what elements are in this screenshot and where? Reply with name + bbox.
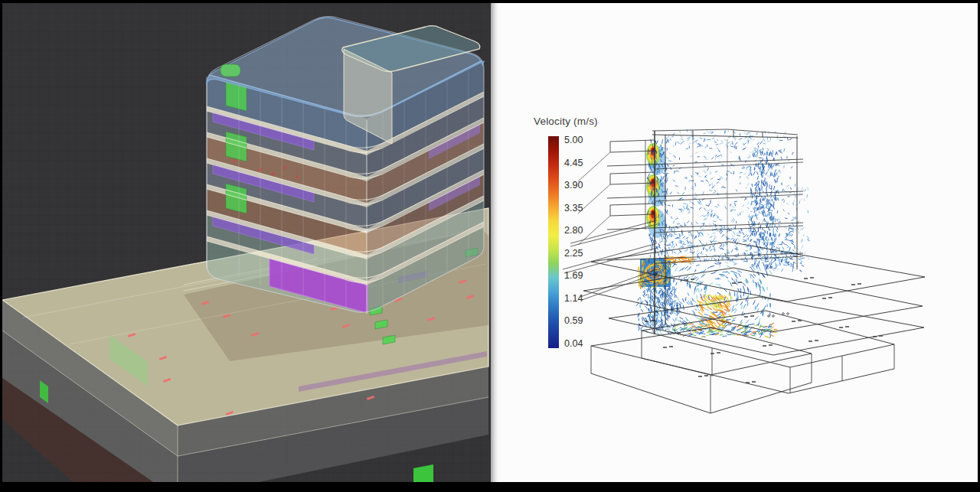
- cfd-vector-plot-drawing: [492, 3, 978, 482]
- building-model-drawing: [2, 3, 491, 482]
- colorbar-tick: 4.45: [564, 158, 598, 168]
- colorbar-tick: 2.25: [564, 248, 598, 259]
- velocity-legend-title: Velocity (m/s): [534, 116, 598, 127]
- colorbar-tick: 2.80: [564, 225, 598, 236]
- colorbar-tick: 3.35: [564, 203, 598, 213]
- colorbar-tick: 3.90: [564, 180, 598, 191]
- colorbar-tick: 1.14: [564, 293, 598, 304]
- colorbar-tick: 5.00: [564, 135, 598, 145]
- colorbar-tick: 0.59: [564, 315, 598, 326]
- velocity-colorbar: [548, 136, 559, 348]
- colorbar-tick: 0.04: [564, 338, 598, 349]
- colorbar-tick: 1.69: [564, 270, 598, 281]
